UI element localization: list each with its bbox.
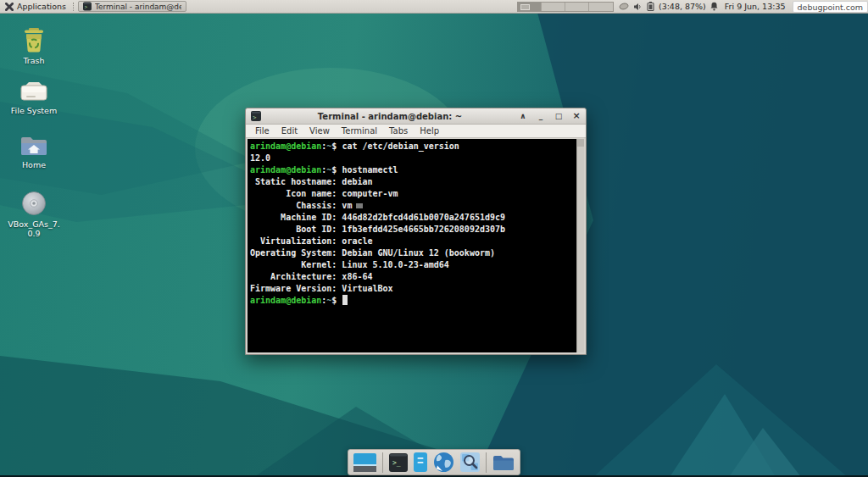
- dock-app-finder-button[interactable]: [460, 452, 480, 472]
- battery-status-text: (3:48, 87%): [659, 2, 706, 11]
- terminal-window: > Terminal - arindam@debian: ~ ∧ _ □ × F…: [245, 108, 587, 355]
- svg-text:>_: >_: [392, 459, 401, 467]
- dock-web-browser-button[interactable]: [433, 452, 454, 473]
- folder-icon: [492, 454, 515, 471]
- terminal-output-line: Machine ID: 446d82d2bfcd4d61b0070a247651…: [250, 212, 574, 224]
- workspace-3[interactable]: [565, 3, 589, 11]
- output-text: Kernel: Linux 5.10.0-23-amd64: [250, 260, 449, 269]
- desktop-icon-file-system[interactable]: File System: [7, 80, 61, 115]
- taskbar-window-label: Terminal - arindam@de...: [95, 3, 181, 11]
- applications-label: Applications: [17, 2, 66, 11]
- menu-file[interactable]: File: [249, 126, 275, 136]
- maximize-button[interactable]: □: [554, 112, 563, 120]
- terminal-output-line: 12.0: [250, 153, 574, 164]
- menu-view[interactable]: View: [303, 126, 336, 136]
- desktop-icon-label: File System: [11, 106, 57, 115]
- applications-menu-button[interactable]: Applications: [0, 0, 71, 13]
- output-text: Machine ID: 446d82d2bfcd4d61b0070a247651…: [250, 213, 505, 222]
- output-text: Chassis: vm: [250, 201, 352, 210]
- svg-text:>: >: [253, 114, 256, 121]
- bottom-dock: >_: [348, 449, 520, 475]
- dock-file-manager-button[interactable]: [492, 454, 515, 471]
- scrollbar-thumb[interactable]: [577, 139, 584, 147]
- workspace-2[interactable]: [542, 3, 565, 11]
- terminal-prompt-line: arindam@debian:~$ cat /etc/debian_versio…: [250, 141, 574, 153]
- prompt-symbol: $: [331, 296, 342, 305]
- dock-separator: [382, 452, 383, 473]
- shade-button[interactable]: ∧: [519, 112, 527, 120]
- taskbar-window-button[interactable]: > Terminal - arindam@de...: [78, 1, 186, 12]
- panel-right-area: (3:48, 87%) Fri 9 Jun, 13:35 debugpoint.…: [517, 0, 868, 13]
- output-text: 12.0: [250, 153, 270, 163]
- terminal-prompt-line: arindam@debian:~$: [250, 295, 574, 307]
- minimize-button[interactable]: _: [537, 112, 545, 120]
- terminal-output-line: Operating System: Debian GNU/Linux 12 (b…: [250, 247, 574, 259]
- terminal-cursor: [342, 295, 348, 305]
- close-button[interactable]: ×: [572, 112, 581, 120]
- trash-icon: [20, 27, 47, 53]
- system-tray: (3:48, 87%): [619, 2, 718, 11]
- watermark-badge: debugpoint.com: [793, 1, 868, 13]
- terminal-output-line: Firmware Version: VirtualBox: [250, 283, 574, 295]
- desktop-icon-label: VBox_GAs_7.0.9: [7, 219, 61, 238]
- window-terminal-icon: >: [251, 111, 261, 121]
- terminal-scrollbar[interactable]: [576, 139, 584, 352]
- terminal-output-line: Virtualization: oracle: [250, 236, 574, 247]
- show-desktop-icon: [353, 453, 376, 472]
- terminal-output-line: Architecture: x86-64: [250, 271, 574, 283]
- clock[interactable]: Fri 9 Jun, 13:35: [723, 2, 787, 11]
- output-text: Virtualization: oracle: [250, 236, 373, 246]
- volume-icon[interactable]: [633, 3, 643, 11]
- notifications-bell-icon[interactable]: [710, 2, 718, 11]
- menu-terminal[interactable]: Terminal: [336, 126, 383, 136]
- menu-help[interactable]: Help: [414, 126, 445, 136]
- prompt-user-host: arindam@debian: [250, 296, 321, 305]
- menu-edit[interactable]: Edit: [275, 126, 303, 136]
- files-app-icon: [414, 452, 427, 472]
- output-text: Architecture: x86-64: [250, 272, 373, 281]
- terminal-prompt-line: arindam@debian:~$ hostnamectl: [250, 164, 574, 176]
- applications-icon: [5, 3, 14, 11]
- terminal-output-line: Chassis: vm: [250, 200, 574, 212]
- terminal-content-area[interactable]: arindam@debian:~$ cat /etc/debian_versio…: [248, 139, 584, 352]
- dock-show-desktop-button[interactable]: [353, 453, 376, 472]
- prompt-user-host: arindam@debian: [250, 141, 321, 151]
- dock-separator: [486, 452, 487, 473]
- dock-terminal-button[interactable]: >_: [389, 453, 408, 472]
- terminal-output-line: Kernel: Linux 5.10.0-23-amd64: [250, 259, 574, 271]
- terminal-output-line: Icon name: computer-vm: [250, 188, 574, 200]
- output-text: Boot ID: 1fb3efdd425e4665bb726208092d307…: [250, 225, 505, 234]
- menu-tabs[interactable]: Tabs: [383, 126, 414, 136]
- terminal-task-icon: >: [83, 2, 92, 11]
- desktop-icon-label: Trash: [23, 56, 44, 65]
- prompt-symbol: $: [331, 165, 342, 175]
- workspace-1[interactable]: [518, 3, 542, 11]
- window-title: Terminal - arindam@debian: ~: [265, 112, 515, 121]
- terminal-icon: >_: [389, 453, 408, 472]
- window-menubar: File Edit View Terminal Tabs Help: [246, 125, 586, 138]
- terminal-output-line: Static hostname: debian: [250, 176, 574, 188]
- desktop-icon-vbox-iso[interactable]: VBox_GAs_7.0.9: [7, 190, 61, 238]
- desktop-icon-label: Home: [22, 160, 46, 169]
- workspace-window-thumb: [520, 4, 530, 10]
- workspace-switcher: [517, 2, 614, 12]
- battery-icon[interactable]: [647, 2, 654, 11]
- output-text: Static hostname: debian: [250, 177, 373, 186]
- desktop-icon-trash[interactable]: Trash: [7, 27, 61, 65]
- dock-files-button[interactable]: [414, 452, 427, 472]
- desktop-icon-home[interactable]: Home: [7, 134, 61, 169]
- workspace-4[interactable]: [589, 3, 613, 11]
- app-finder-magnifier-icon: [460, 452, 480, 472]
- output-text: Firmware Version: VirtualBox: [250, 284, 393, 293]
- command-text: hostnamectl: [342, 165, 398, 175]
- panel-separator: [73, 3, 74, 11]
- command-text: cat /etc/debian_version: [342, 141, 459, 151]
- web-browser-globe-icon: [433, 452, 454, 473]
- prompt-user-host: arindam@debian: [250, 165, 321, 175]
- home-folder-icon: [19, 134, 49, 158]
- pointer-device-icon[interactable]: [619, 3, 629, 10]
- window-titlebar[interactable]: > Terminal - arindam@debian: ~ ∧ _ □ ×: [246, 108, 586, 125]
- cd-disc-icon: [20, 190, 47, 217]
- chassis-icon: [356, 203, 363, 208]
- output-text: Operating System: Debian GNU/Linux 12 (b…: [250, 248, 495, 258]
